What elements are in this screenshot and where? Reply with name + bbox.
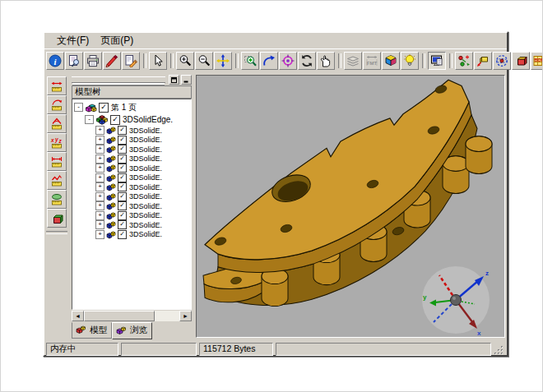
tree-row-part-3[interactable]: +✓3DSolidE. <box>74 145 191 154</box>
toolbar-button-red-pen-markup[interactable] <box>103 52 121 70</box>
toolbar-button-zoom-window[interactable] <box>241 52 259 70</box>
tree-row-part-5[interactable]: +✓3DSolidE. <box>74 164 191 173</box>
pan-hand-icon <box>319 54 332 67</box>
tree-panel-title: 模型树 <box>72 85 192 99</box>
tree-expander[interactable]: + <box>95 211 104 220</box>
tree-item-label: 3DSolidE. <box>129 202 162 210</box>
toolbar-button-measure-distance[interactable] <box>47 152 67 171</box>
scroll-left-arrow[interactable]: ◄ <box>72 311 84 321</box>
visibility-checkbox[interactable]: ✓ <box>118 230 127 239</box>
part-cube-icon <box>106 201 116 210</box>
visibility-checkbox[interactable]: ✓ <box>118 220 127 229</box>
viewport-3d[interactable]: z x y <box>196 75 505 338</box>
tree-row-part-9[interactable]: +✓3DSolidE. <box>74 201 191 211</box>
tree-row-part-6[interactable]: +✓3DSolidE. <box>74 173 191 183</box>
toolbar-button-explode-assembly[interactable] <box>455 52 473 70</box>
menu-file[interactable]: 文件(F) <box>51 33 95 48</box>
tree-expander[interactable]: + <box>95 154 104 164</box>
toolbar-button-rotate-view[interactable] <box>298 52 316 70</box>
tree-expander[interactable]: + <box>95 192 104 201</box>
toolbar-button-info[interactable]: i <box>46 52 64 70</box>
tree-expander[interactable]: + <box>95 173 104 182</box>
svg-text:z: z <box>58 138 63 144</box>
scroll-right-arrow[interactable]: ► <box>179 311 192 321</box>
toolbar-button-render-cube[interactable] <box>382 52 400 70</box>
solid-box-icon <box>514 54 527 67</box>
toolbar-button-layers[interactable] <box>344 52 362 70</box>
toolbar-button-zoom-out[interactable] <box>195 52 213 70</box>
visibility-checkbox[interactable]: ✓ <box>118 182 127 191</box>
toolbar-button-bom-table[interactable]: BOM <box>531 52 543 70</box>
scroll-track[interactable] <box>155 311 179 321</box>
tree-expander[interactable]: + <box>95 136 104 145</box>
toolbar-button-measure-curve[interactable] <box>47 171 67 190</box>
toolbar-button-orbit-view[interactable] <box>260 52 278 70</box>
toolbar-button-measure-volume[interactable] <box>47 209 67 228</box>
toolbar-button-pan-hand[interactable] <box>317 52 335 70</box>
toolbar-button-measure-horizontal[interactable] <box>47 76 67 95</box>
window-resize-grip[interactable] <box>494 344 504 355</box>
scroll-thumb[interactable] <box>84 311 155 321</box>
tree-row-part-2[interactable]: +✓3DSolidE. <box>74 136 191 145</box>
tree-expander[interactable]: + <box>95 230 104 239</box>
tree-expander[interactable]: - <box>74 103 83 112</box>
panel-title-grip[interactable] <box>72 75 192 85</box>
info-icon: i <box>49 54 62 67</box>
tree-expander[interactable]: - <box>85 115 94 124</box>
toolbar-button-pan-axes[interactable] <box>214 52 232 70</box>
tree-expander[interactable]: + <box>95 182 104 191</box>
tree-expander[interactable]: + <box>95 220 104 229</box>
toolbar-button-move-part[interactable] <box>474 52 492 70</box>
tree-expander[interactable]: + <box>95 145 104 154</box>
panel-restore-button[interactable] <box>169 75 179 85</box>
toolbar-button-print-preview[interactable] <box>65 52 83 70</box>
tree-row-part-11[interactable]: +✓3DSolidE. <box>74 220 191 230</box>
toolbar-button-export-markup[interactable] <box>122 52 140 70</box>
export-markup-icon <box>124 54 137 67</box>
tree-expander[interactable]: + <box>95 126 104 135</box>
tree-expander[interactable]: + <box>95 164 104 173</box>
visibility-checkbox[interactable]: ✓ <box>99 103 109 113</box>
tree-row-part-12[interactable]: +✓3DSolidE. <box>74 230 191 240</box>
tree-expander[interactable]: + <box>95 201 104 210</box>
toolbar-button-select-cursor[interactable] <box>149 52 167 70</box>
visibility-checkbox[interactable]: ✓ <box>118 154 127 164</box>
toolbar-button-solid-box[interactable] <box>512 52 530 70</box>
visibility-checkbox[interactable]: ✓ <box>110 115 120 125</box>
tree-row-part-8[interactable]: +✓3DSolidE. <box>74 192 191 202</box>
toolbar-button-center-view[interactable] <box>279 52 297 70</box>
tree-item-label: 3DSolidE. <box>129 127 162 135</box>
tree-row-part-4[interactable]: +✓3DSolidE. <box>74 154 191 164</box>
toolbar-button-zoom-in[interactable] <box>176 52 194 70</box>
tree-row-part-1[interactable]: +✓3DSolidE. <box>74 126 191 136</box>
toolbar-button-measure-area[interactable] <box>47 190 67 209</box>
panel-hide-button[interactable] <box>181 75 192 85</box>
toolbar-button-format-dimension[interactable]: FMT <box>363 52 381 70</box>
visibility-checkbox[interactable]: ✓ <box>118 201 127 210</box>
panel-grip-lines <box>72 76 165 83</box>
visibility-checkbox[interactable]: ✓ <box>118 145 127 154</box>
toolbar-button-print[interactable] <box>84 52 102 70</box>
measure-toolbar: xyz <box>44 73 69 339</box>
toolbar-button-measure-coordinate[interactable]: xyz <box>47 133 67 152</box>
visibility-checkbox[interactable]: ✓ <box>118 136 127 145</box>
status-bar: 内存中115712 Bytes <box>44 339 507 359</box>
toolbar-button-measure-radius[interactable] <box>47 95 67 114</box>
visibility-checkbox[interactable]: ✓ <box>118 211 127 220</box>
toolbar-button-orbit-sphere[interactable] <box>493 52 511 70</box>
toolbar-button-light-bulb[interactable] <box>401 52 419 70</box>
tab-browse[interactable]: 浏览 <box>112 322 152 339</box>
visibility-checkbox[interactable]: ✓ <box>118 164 127 173</box>
tree-row-assembly[interactable]: -✓3DSolidEdge. <box>74 113 191 126</box>
tab-model[interactable]: 模型 <box>72 322 112 339</box>
tree-row-part-7[interactable]: +✓3DSolidE. <box>74 182 191 192</box>
visibility-checkbox[interactable]: ✓ <box>118 126 127 135</box>
tree-row-page[interactable]: -✓第 1 页 <box>74 101 191 113</box>
visibility-checkbox[interactable]: ✓ <box>118 173 127 182</box>
visibility-checkbox[interactable]: ✓ <box>118 192 127 201</box>
toolbar-button-measure-angle[interactable] <box>47 114 67 133</box>
toolbar-button-display-settings[interactable] <box>428 52 446 70</box>
menu-page[interactable]: 页面(P) <box>95 33 139 48</box>
measure-angle-icon <box>50 118 63 131</box>
tree-row-part-10[interactable]: +✓3DSolidE. <box>74 211 191 221</box>
